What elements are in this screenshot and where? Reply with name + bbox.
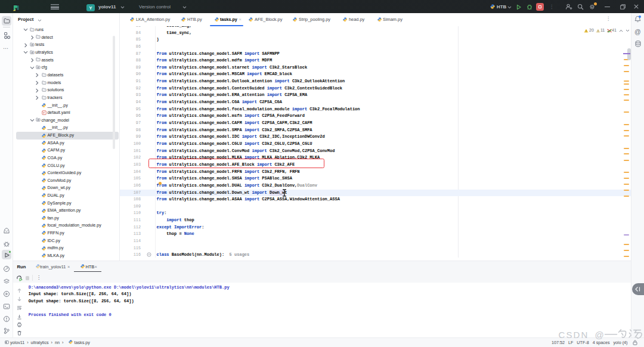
svg-text:CSDN: CSDN — [559, 330, 589, 340]
svg-text:@: @ — [595, 330, 604, 340]
